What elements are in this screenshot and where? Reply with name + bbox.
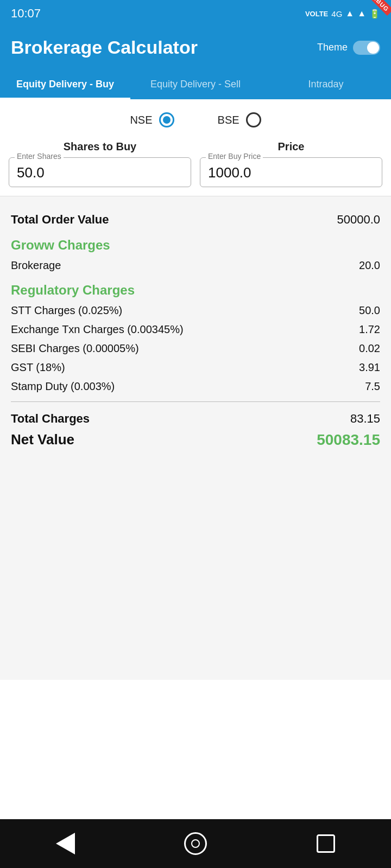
sebi-row: SEBI Charges (0.00005%) 0.02 [11,339,380,358]
exchange-txn-value: 1.72 [359,323,380,336]
charges-divider [11,401,380,402]
content-area: NSE BSE Shares to Buy Enter Shares 50.0 … [0,99,391,819]
regulatory-charges-heading: Regulatory Charges [11,283,380,298]
tab-equity-buy[interactable]: Equity Delivery - Buy [0,69,130,99]
bse-label: BSE [218,114,239,126]
theme-label: Theme [317,42,348,53]
sebi-label: SEBI Charges (0.00005%) [11,342,139,355]
stt-value: 50.0 [359,304,380,317]
price-title: Price [200,141,382,153]
stamp-duty-row: Stamp Duty (0.003%) 7.5 [11,377,380,396]
price-value[interactable]: 1000.0 [208,164,374,181]
stt-label: STT Charges (0.025%) [11,304,122,317]
price-input-group: Price Enter Buy Price 1000.0 [200,141,382,187]
battery-icon: 🔋 [369,9,380,19]
nse-radio[interactable] [159,112,174,127]
price-input-wrapper[interactable]: Enter Buy Price 1000.0 [200,157,382,187]
toggle-knob [367,42,379,54]
home-button[interactable] [182,830,209,857]
stamp-duty-label: Stamp Duty (0.003%) [11,380,115,393]
total-charges-row: Total Charges 83.15 [11,407,380,428]
4g-icon: 4G [331,9,342,18]
price-placeholder: Enter Buy Price [206,152,263,161]
shares-placeholder: Enter Shares [15,152,64,161]
total-order-label: Total Order Value [11,213,109,227]
nse-radio-inner [163,116,171,124]
app-title: Brokerage Calculator [11,37,198,58]
exchange-selector: NSE BSE [0,99,391,141]
gst-row: GST (18%) 3.91 [11,358,380,377]
signal-icon: ▲ [345,9,354,18]
home-icon [184,832,207,855]
bottom-nav [0,819,391,868]
status-icons: VOLTE 4G ▲ ▲ 🔋 DEBUG [305,9,380,19]
gst-value: 3.91 [359,361,380,374]
stt-row: STT Charges (0.025%) 50.0 [11,301,380,320]
theme-toggle[interactable] [353,41,380,55]
brokerage-row: Brokerage 20.0 [11,256,380,275]
gst-label: GST (18%) [11,361,65,374]
status-bar: 10:07 VOLTE 4G ▲ ▲ 🔋 DEBUG [0,0,391,27]
net-value-label: Net Value [11,431,74,449]
back-button[interactable] [52,830,79,857]
status-time: 10:07 [11,7,41,21]
shares-title: Shares to Buy [9,141,191,153]
net-value-amount: 50083.15 [317,431,380,449]
tab-bar: Equity Delivery - Buy Equity Delivery - … [0,69,391,99]
theme-row: Theme [317,41,380,55]
bse-option[interactable]: BSE [218,112,261,127]
tab-equity-sell[interactable]: Equity Delivery - Sell [130,69,261,99]
groww-charges-heading: Groww Charges [11,238,380,253]
brokerage-value: 20.0 [359,259,380,272]
exchange-txn-row: Exchange Txn Charges (0.00345%) 1.72 [11,320,380,339]
app-bar: Brokerage Calculator Theme [0,27,391,69]
empty-space [0,463,391,680]
sebi-value: 0.02 [359,342,380,355]
inputs-row: Shares to Buy Enter Shares 50.0 Price En… [0,141,391,196]
shares-input-group: Shares to Buy Enter Shares 50.0 [9,141,191,187]
results-section: Total Order Value 50000.0 Groww Charges … [0,196,391,463]
total-order-value: 50000.0 [337,213,380,227]
net-value-row: Net Value 50083.15 [11,428,380,452]
volte-icon: VOLTE [305,10,328,18]
nse-option[interactable]: NSE [130,112,174,127]
bse-radio[interactable] [246,112,261,127]
back-icon [56,833,75,854]
tab-intraday[interactable]: Intraday [261,69,391,99]
signal-icon-2: ▲ [357,9,366,18]
total-charges-label: Total Charges [11,412,90,426]
stamp-duty-value: 7.5 [365,380,380,393]
total-order-row: Total Order Value 50000.0 [11,207,380,230]
total-charges-value: 83.15 [350,412,380,426]
shares-input-wrapper[interactable]: Enter Shares 50.0 [9,157,191,187]
home-icon-inner [191,839,200,848]
shares-value[interactable]: 50.0 [17,164,183,181]
exchange-txn-label: Exchange Txn Charges (0.00345%) [11,323,184,336]
brokerage-label: Brokerage [11,259,61,272]
nse-label: NSE [130,114,152,126]
recents-icon [317,834,335,853]
recents-button[interactable] [312,830,339,857]
